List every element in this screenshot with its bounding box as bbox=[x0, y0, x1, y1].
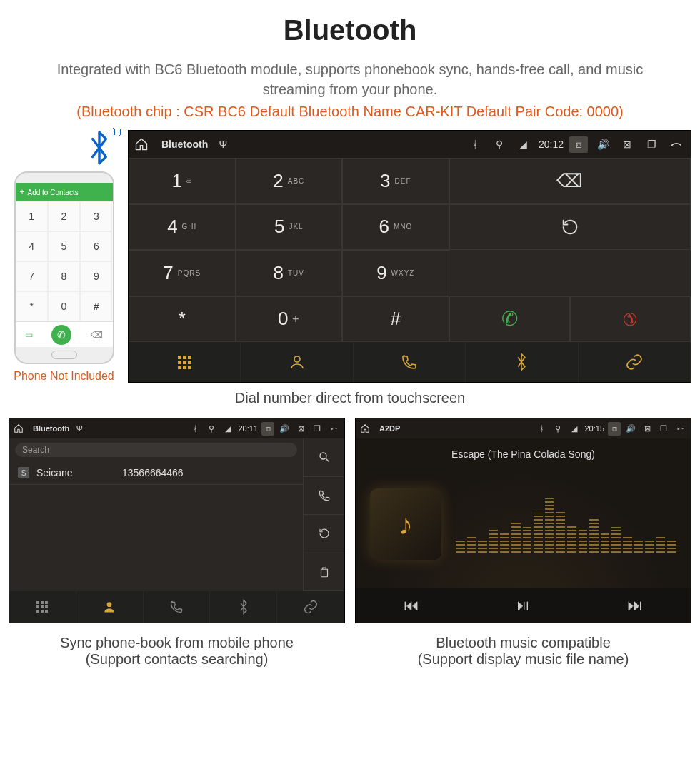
wifi-icon: ◢ bbox=[221, 424, 234, 433]
nav-bluetooth-icon[interactable] bbox=[466, 342, 578, 382]
key-5[interactable]: 5JKL bbox=[236, 204, 343, 251]
key-0[interactable]: 0+ bbox=[236, 296, 343, 343]
back-icon[interactable]: ⤺ bbox=[327, 424, 340, 433]
contact-row[interactable]: S Seicane 13566664466 bbox=[9, 461, 303, 485]
nav-phone-icon[interactable] bbox=[144, 591, 211, 623]
key-7[interactable]: 7PQRS bbox=[129, 250, 236, 296]
bluetooth-status-icon: ᚼ bbox=[535, 424, 548, 433]
bluetooth-specs: (Bluetooth chip : CSR BC6 Default Blueto… bbox=[9, 104, 691, 120]
nav-link-icon[interactable] bbox=[277, 591, 344, 623]
side-refresh-icon[interactable] bbox=[303, 515, 344, 553]
statusbar-time: 20:11 bbox=[238, 424, 258, 433]
usb-icon: Ψ bbox=[73, 424, 86, 433]
location-icon: ⚲ bbox=[205, 424, 218, 433]
phone-call-button: ✆ bbox=[51, 325, 71, 345]
back-icon[interactable]: ⤺ bbox=[666, 136, 685, 153]
nav-contacts-icon[interactable] bbox=[241, 342, 353, 382]
home-icon[interactable] bbox=[360, 423, 373, 433]
usb-icon: Ψ bbox=[214, 139, 232, 150]
prev-track-button[interactable]: ⏮ bbox=[404, 596, 419, 615]
song-title: Escape (The Pina Colada Song) bbox=[451, 448, 595, 460]
wifi-icon: ◢ bbox=[568, 424, 581, 433]
hangup-button[interactable]: ✆ bbox=[570, 296, 691, 343]
contacts-statusbar: Bluetooth Ψ ᚼ ⚲ ◢ 20:11 ⧈ 🔊 ⊠ ❐ ⤺ bbox=[9, 418, 344, 438]
bluetooth-status-icon: ᚼ bbox=[466, 139, 484, 150]
nav-keypad-icon[interactable] bbox=[9, 591, 76, 623]
key-6[interactable]: 6MNO bbox=[342, 204, 449, 251]
key-4[interactable]: 4GHI bbox=[129, 204, 236, 251]
wifi-icon: ◢ bbox=[514, 139, 533, 150]
nav-link-icon[interactable] bbox=[579, 342, 691, 382]
dialer-keypad: 1∞ 2ABC 3DEF 4GHI 5JKL 6MNO 7PQRS 8TUV 9… bbox=[129, 158, 449, 342]
nav-keypad-icon[interactable] bbox=[129, 342, 241, 382]
home-icon[interactable] bbox=[134, 137, 153, 151]
call-button[interactable]: ✆ bbox=[449, 296, 570, 343]
recent-apps-icon[interactable]: ❐ bbox=[311, 424, 324, 433]
volume-icon[interactable]: 🔊 bbox=[624, 424, 637, 433]
music-screen: A2DP ᚼ ⚲ ◢ 20:15 ⧈ 🔊 ⊠ ❐ ⤺ Escape (The P… bbox=[355, 418, 691, 623]
close-icon[interactable]: ⊠ bbox=[294, 424, 307, 433]
next-track-button[interactable]: ⏭ bbox=[627, 596, 643, 615]
dialer-statusbar: Bluetooth Ψ ᚼ ⚲ ◢ 20:12 ⧈ 🔊 ⊠ ❐ ⤺ bbox=[129, 131, 691, 158]
camera-icon[interactable]: ⧈ bbox=[569, 136, 588, 153]
search-input[interactable]: Search bbox=[15, 443, 297, 457]
key-1[interactable]: 1∞ bbox=[129, 158, 236, 204]
phone-caption: Phone Not Included bbox=[14, 370, 114, 383]
close-icon[interactable]: ⊠ bbox=[641, 424, 654, 433]
nav-phone-icon[interactable] bbox=[354, 342, 466, 382]
svg-point-3 bbox=[107, 602, 112, 607]
key-2[interactable]: 2ABC bbox=[236, 158, 343, 204]
music-caption-2: (Support display music file name) bbox=[355, 651, 691, 668]
page-title: Bluetooth bbox=[9, 14, 691, 46]
back-icon[interactable]: ⤺ bbox=[674, 424, 686, 433]
add-contacts-label: Add to Contacts bbox=[28, 189, 79, 196]
album-art: ♪ bbox=[370, 488, 441, 560]
dialer-screen: Bluetooth Ψ ᚼ ⚲ ◢ 20:12 ⧈ 🔊 ⊠ ❐ ⤺ 1∞ 2AB… bbox=[128, 130, 691, 383]
music-caption-1: Bluetooth music compatible bbox=[436, 635, 611, 650]
home-icon[interactable] bbox=[14, 423, 26, 433]
location-icon: ⚲ bbox=[490, 139, 509, 150]
page-description: Integrated with BC6 Bluetooth module, su… bbox=[30, 59, 670, 99]
volume-icon[interactable]: 🔊 bbox=[278, 424, 291, 433]
refresh-button[interactable] bbox=[449, 204, 691, 251]
statusbar-time: 20:15 bbox=[584, 424, 604, 433]
statusbar-title: Bluetooth bbox=[33, 424, 69, 433]
contacts-caption-1: Sync phone-book from mobile phone bbox=[60, 635, 294, 650]
backspace-button[interactable]: ⌫ bbox=[449, 158, 691, 204]
play-pause-button[interactable]: ⏯ bbox=[515, 596, 531, 615]
key-hash[interactable]: # bbox=[342, 296, 449, 343]
contact-name: Seicane bbox=[36, 467, 115, 478]
recent-apps-icon[interactable]: ❐ bbox=[642, 139, 661, 150]
dialer-bottom-nav bbox=[129, 342, 691, 382]
key-9[interactable]: 9WXYZ bbox=[342, 250, 449, 296]
side-search-icon[interactable] bbox=[303, 438, 344, 477]
key-3[interactable]: 3DEF bbox=[342, 158, 449, 204]
svg-point-0 bbox=[294, 356, 300, 362]
location-icon: ⚲ bbox=[551, 424, 564, 433]
equalizer-visual bbox=[456, 496, 676, 553]
phone-mockup: + Add to Contacts 123 456 789 *0# ▭ ✆ ⌫ bbox=[14, 171, 114, 364]
camera-icon[interactable]: ⧈ bbox=[608, 422, 621, 436]
camera-icon[interactable]: ⧈ bbox=[261, 422, 274, 436]
svg-line-2 bbox=[326, 459, 329, 463]
close-icon[interactable]: ⊠ bbox=[618, 139, 636, 150]
nav-contacts-icon[interactable] bbox=[76, 591, 144, 623]
dialer-caption: Dial number direct from touchscreen bbox=[9, 390, 691, 406]
key-star[interactable]: * bbox=[129, 296, 236, 343]
bluetooth-status-icon: ᚼ bbox=[189, 424, 201, 433]
svg-point-1 bbox=[320, 453, 326, 459]
side-delete-icon[interactable] bbox=[303, 553, 344, 592]
phone-keypad: 123 456 789 *0# bbox=[16, 201, 113, 321]
statusbar-title: A2DP bbox=[379, 424, 400, 433]
nav-bluetooth-icon[interactable] bbox=[210, 591, 277, 623]
phone-backspace-icon: ⌫ bbox=[91, 330, 103, 340]
contacts-screen: Bluetooth Ψ ᚼ ⚲ ◢ 20:11 ⧈ 🔊 ⊠ ❐ ⤺ Search… bbox=[9, 418, 345, 623]
music-statusbar: A2DP ᚼ ⚲ ◢ 20:15 ⧈ 🔊 ⊠ ❐ ⤺ bbox=[356, 418, 691, 438]
recent-apps-icon[interactable]: ❐ bbox=[657, 424, 670, 433]
statusbar-time: 20:12 bbox=[539, 139, 564, 150]
phone-add-contacts-bar: + Add to Contacts bbox=[16, 183, 113, 201]
side-call-icon[interactable] bbox=[303, 477, 344, 516]
volume-icon[interactable]: 🔊 bbox=[594, 139, 612, 150]
phone-video-icon: ▭ bbox=[25, 330, 33, 340]
key-8[interactable]: 8TUV bbox=[236, 250, 343, 296]
